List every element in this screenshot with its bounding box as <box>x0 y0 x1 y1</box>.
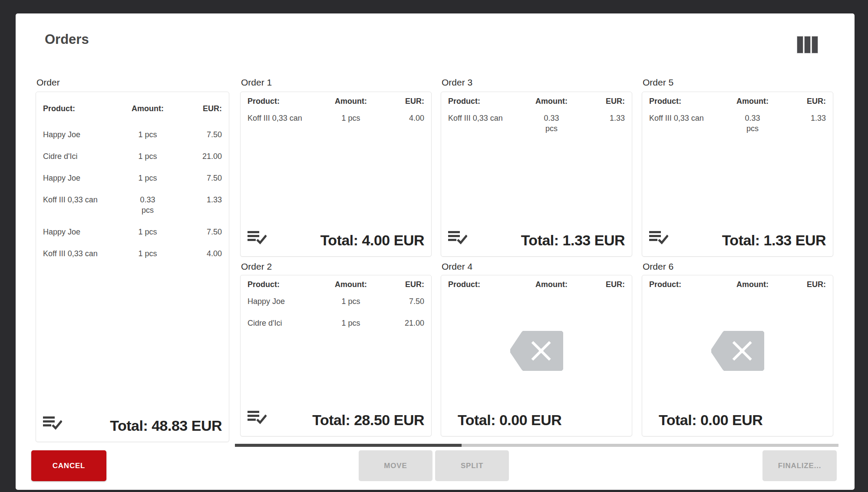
eur-cell: 4.00 <box>172 248 222 259</box>
orders-card: Orders Order Product: Amount: EUR: Happy… <box>16 13 855 490</box>
order-line-row[interactable]: Happy Joe 1 pcs 7.50 <box>43 129 222 140</box>
column-view-icon[interactable] <box>797 36 818 53</box>
order-5-panel[interactable]: Product: Amount: EUR: Koff III 0,33 can … <box>642 92 833 257</box>
product-cell: Happy Joe <box>248 296 327 307</box>
order-line-row[interactable]: Koff III 0,33 can 1 pcs 4.00 <box>43 248 222 259</box>
order-line-row[interactable]: Koff III 0,33 can 0.33 pcs 1.33 <box>448 113 625 134</box>
panel-footer: Total: 0.00 EUR <box>649 407 826 436</box>
product-cell: Happy Joe <box>43 227 123 237</box>
order-1-panel[interactable]: Product: Amount: EUR: Koff III 0,33 can … <box>240 92 432 257</box>
orders-column-3: Order 5 Product: Amount: EUR: Koff III 0… <box>642 76 833 436</box>
eur-cell: 7.50 <box>172 227 222 237</box>
header-amount: Amount: <box>327 96 375 106</box>
eur-cell: 1.33 <box>172 195 222 215</box>
panel-footer: Total: 1.33 EUR <box>649 228 826 256</box>
amount-cell: 1 pcs <box>138 151 157 162</box>
order-6-panel[interactable]: Product: Amount: EUR: Total: 0.00 EUR <box>642 275 833 436</box>
source-order-panel[interactable]: Product: Amount: EUR: Happy Joe 1 pcs 7.… <box>36 92 229 442</box>
header-amount: Amount: <box>528 96 575 106</box>
product-cell: Happy Joe <box>43 129 123 140</box>
table-header: Product: Amount: EUR: <box>248 92 424 106</box>
amount-cell: 0.33 pcs <box>134 195 161 215</box>
finalize-button[interactable]: FINALIZE... <box>762 450 837 481</box>
order-total: Total: 1.33 EUR <box>521 233 625 248</box>
panel-spacer <box>248 135 424 228</box>
amount-cell: 1 pcs <box>138 173 157 183</box>
header-product: Product: <box>248 279 327 290</box>
select-all-lines-icon[interactable] <box>248 410 267 426</box>
cancel-button[interactable]: CANCEL <box>31 450 106 481</box>
order-line-row[interactable]: Happy Joe 1 pcs 7.50 <box>248 296 424 307</box>
amount-cell: 0.33 pcs <box>538 113 565 134</box>
scrollbar-thumb[interactable] <box>235 444 462 447</box>
pos-split-orders-screen: Orders Order Product: Amount: EUR: Happy… <box>0 0 868 492</box>
table-header: Product: Amount: EUR: <box>649 92 826 106</box>
order-2-panel[interactable]: Product: Amount: EUR: Happy Joe 1 pcs 7.… <box>240 275 432 436</box>
order-total: Total: 48.83 EUR <box>110 418 222 433</box>
source-order-column: Order Product: Amount: EUR: Happy Joe 1 … <box>36 76 229 442</box>
select-all-lines-icon[interactable] <box>43 416 62 432</box>
order-line-row[interactable]: Koff III 0,33 can 0.33 pcs 1.33 <box>43 195 222 215</box>
split-button[interactable]: SPLIT <box>435 450 509 481</box>
amount-cell: 0.33 pcs <box>739 113 766 134</box>
header-eur: EUR: <box>575 279 625 290</box>
amount-cell: 1 pcs <box>138 129 157 140</box>
product-cell: Koff III 0,33 can <box>43 195 123 215</box>
header-eur: EUR: <box>776 96 826 106</box>
panel-spacer <box>649 145 826 228</box>
order-line-row[interactable]: Koff III 0,33 can 1 pcs 4.00 <box>248 113 424 123</box>
select-all-lines-icon[interactable] <box>248 231 267 247</box>
product-cell: Koff III 0,33 can <box>448 113 528 134</box>
product-cell: Happy Joe <box>43 173 123 183</box>
order-line-row[interactable]: Cidre d'Ici 1 pcs 21.00 <box>248 318 424 328</box>
header-eur: EUR: <box>172 103 222 114</box>
header-eur: EUR: <box>575 96 625 106</box>
order-4-panel[interactable]: Product: Amount: EUR: Total: 0.00 EUR <box>441 275 632 436</box>
header-amount: Amount: <box>528 279 575 290</box>
order-line-row[interactable]: Happy Joe 1 pcs 7.50 <box>43 227 222 237</box>
header-product: Product: <box>448 96 528 106</box>
eur-cell: 7.50 <box>172 173 222 183</box>
order-label: Order 3 <box>441 76 632 88</box>
product-cell: Koff III 0,33 can <box>248 113 327 123</box>
select-all-lines-icon[interactable] <box>448 231 467 247</box>
table-header: Product: Amount: EUR: <box>43 92 222 114</box>
header-product: Product: <box>649 96 729 106</box>
header-eur: EUR: <box>776 279 826 290</box>
eur-cell: 7.50 <box>172 129 222 140</box>
order-line-row[interactable]: Happy Joe 1 pcs 7.50 <box>43 173 222 183</box>
order-line-row[interactable]: Cidre d'Ici 1 pcs 21.00 <box>43 151 222 162</box>
eur-cell: 1.33 <box>575 113 625 134</box>
table-header: Product: Amount: EUR: <box>649 275 826 290</box>
eur-cell: 21.00 <box>375 318 424 328</box>
order-label: Order 6 <box>642 261 833 272</box>
header-eur: EUR: <box>375 279 424 290</box>
product-cell: Cidre d'Ici <box>43 151 123 162</box>
order-line-row[interactable]: Koff III 0,33 can 0.33 pcs 1.33 <box>649 113 826 134</box>
eur-cell: 4.00 <box>375 113 424 123</box>
empty-order-area <box>649 296 826 407</box>
backspace-icon <box>711 331 764 373</box>
table-header: Product: Amount: EUR: <box>248 275 424 290</box>
orders-column-2: Order 3 Product: Amount: EUR: Koff III 0… <box>441 76 632 436</box>
order-label: Order 5 <box>642 76 833 88</box>
eur-cell: 7.50 <box>375 296 424 307</box>
table-header: Product: Amount: EUR: <box>448 92 625 106</box>
empty-order-area <box>448 296 625 407</box>
panel-spacer <box>248 340 424 407</box>
order-label: Order <box>36 76 229 88</box>
panel-footer: Total: 1.33 EUR <box>448 228 625 256</box>
panel-spacer <box>43 270 222 413</box>
amount-cell: 1 pcs <box>342 296 360 307</box>
panel-footer: Total: 28.50 EUR <box>248 407 424 436</box>
panel-footer: Total: 0.00 EUR <box>448 407 625 436</box>
header-product: Product: <box>43 103 123 114</box>
amount-cell: 1 pcs <box>138 248 157 259</box>
order-3-panel[interactable]: Product: Amount: EUR: Koff III 0,33 can … <box>441 92 632 257</box>
eur-cell: 21.00 <box>172 151 222 162</box>
horizontal-scrollbar[interactable] <box>235 444 838 447</box>
page-title: Orders <box>45 32 89 47</box>
header-amount: Amount: <box>729 96 776 106</box>
move-button[interactable]: MOVE <box>359 450 432 481</box>
select-all-lines-icon[interactable] <box>649 231 668 247</box>
